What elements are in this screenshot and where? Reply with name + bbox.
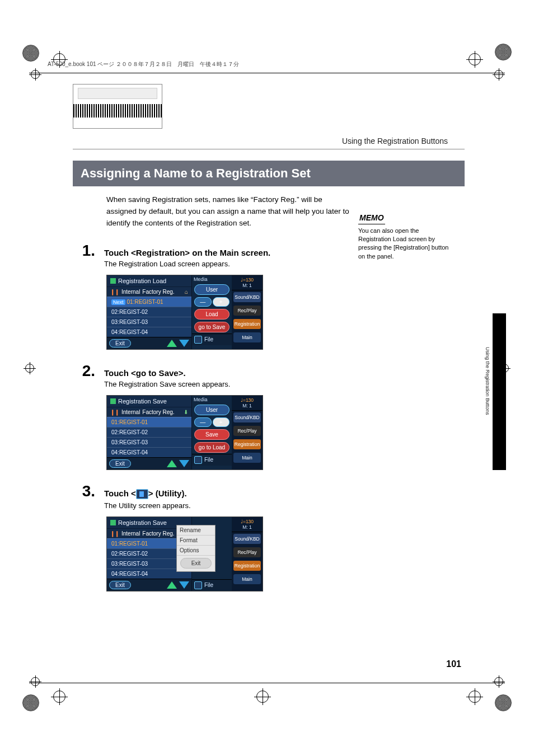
- arrow-down-icon[interactable]: [179, 460, 189, 467]
- save-button[interactable]: Save: [194, 429, 229, 440]
- memo-body: You can also open the Registration Load …: [358, 227, 453, 261]
- page-number: 101: [446, 659, 461, 669]
- step-3: 3. Touch <> (Utility). The Utility scree…: [73, 482, 465, 510]
- popup-exit-button[interactable]: Exit: [180, 558, 212, 569]
- utility-icon: [136, 489, 148, 499]
- list-item[interactable]: 02:REGIST-02: [111, 429, 148, 435]
- page-frame-top-icon: [29, 73, 505, 73]
- tempo-value: ♩=130: [241, 519, 254, 524]
- rec-play-button[interactable]: Rec/Play: [233, 547, 261, 557]
- exit-button[interactable]: Exit: [109, 581, 131, 589]
- printer-disc-bottom-right-icon: [495, 694, 512, 711]
- measure-value: M: 1: [242, 403, 252, 408]
- list-item[interactable]: 01:REGIST-01: [127, 299, 163, 305]
- step-number: 3.: [73, 482, 95, 500]
- screenshot-registration-save: Registration Save ❙❙ Internal Factory Re…: [106, 395, 263, 470]
- screenshot-utility-popup: Registration Save ❙❙ Internal Factory Re…: [106, 516, 263, 591]
- list-item[interactable]: 02:REGIST-02: [111, 551, 148, 557]
- file-label[interactable]: File: [204, 336, 213, 342]
- page-frame-bottom-icon: [29, 683, 505, 683]
- file-label[interactable]: File: [204, 457, 213, 463]
- book-header-line: AT-500_e.book 101 ページ ２００８年７月２８日 月曜日 午後４…: [48, 60, 239, 68]
- screen-title: Registration Save: [118, 519, 167, 526]
- main-button[interactable]: Main: [233, 574, 261, 584]
- options-option[interactable]: Options: [177, 546, 215, 556]
- media-label: Media: [192, 275, 232, 283]
- list-item[interactable]: 03:REGIST-03: [111, 439, 148, 445]
- intro-paragraph: When saving Registration sets, names lik…: [106, 194, 353, 229]
- list-item[interactable]: 01:REGIST-01: [111, 419, 148, 425]
- exit-button[interactable]: Exit: [109, 339, 131, 348]
- plus-button[interactable]: +: [213, 417, 230, 427]
- internal-label: Internal: [121, 409, 140, 415]
- registration-button[interactable]: Registration: [233, 439, 261, 449]
- crosshair-bottom-center-icon: [256, 691, 269, 703]
- main-button[interactable]: Main: [233, 453, 261, 463]
- arrow-up-icon[interactable]: [167, 340, 177, 347]
- arrow-up-icon[interactable]: [167, 460, 177, 467]
- reg-mark-bl-icon: [31, 677, 40, 686]
- crosshair-top-right-icon: [469, 53, 481, 65]
- internal-label: Internal: [121, 289, 140, 295]
- step-desc: The Registration Save screen appears.: [104, 380, 465, 388]
- screenshot-registration-load: Registration Load ❙❙ Internal Factory Re…: [106, 275, 263, 350]
- list-item[interactable]: 04:REGIST-04: [111, 449, 148, 456]
- utility-popup: Rename Format Options Exit: [176, 525, 216, 572]
- tempo-value: ♩=130: [241, 397, 254, 403]
- file-label[interactable]: File: [204, 582, 213, 588]
- list-item[interactable]: 03:REGIST-03: [111, 561, 148, 567]
- plus-button[interactable]: +: [213, 297, 230, 307]
- next-badge[interactable]: Next: [111, 299, 125, 305]
- chapter-tab-icon: [493, 313, 506, 470]
- internal-name: Factory Reg.: [142, 289, 174, 295]
- printer-disc-top-left-icon: [22, 45, 39, 62]
- rec-play-button[interactable]: Rec/Play: [233, 426, 261, 436]
- user-button[interactable]: User: [194, 405, 229, 415]
- file-util-icon[interactable]: [194, 581, 202, 589]
- minus-button[interactable]: —: [194, 417, 212, 427]
- file-util-icon[interactable]: [194, 336, 202, 344]
- rename-option[interactable]: Rename: [177, 525, 215, 536]
- go-to-load-button[interactable]: go to Load: [194, 442, 229, 453]
- sound-kbd-button[interactable]: Sound/KBD: [233, 534, 261, 544]
- arrow-down-icon[interactable]: [179, 581, 189, 589]
- disk-icon: [110, 520, 116, 525]
- minus-button[interactable]: —: [194, 297, 212, 307]
- reg-mark-br-icon: [494, 677, 503, 686]
- home-icon: ⌂: [185, 289, 188, 295]
- format-option[interactable]: Format: [177, 536, 215, 546]
- media-label: Media: [192, 396, 232, 403]
- go-to-save-button[interactable]: go to Save: [194, 322, 229, 332]
- sound-kbd-button[interactable]: Sound/KBD: [233, 292, 261, 302]
- step-desc: The Utility screen appears.: [104, 501, 465, 510]
- list-item[interactable]: 03:REGIST-03: [111, 319, 148, 325]
- main-button[interactable]: Main: [233, 332, 261, 342]
- measure-value: M: 1: [242, 283, 252, 288]
- registration-button[interactable]: Registration: [233, 319, 261, 329]
- file-util-icon[interactable]: [194, 456, 202, 464]
- pause-icon: ❙❙: [110, 289, 119, 295]
- memo-box: MEMO You can also open the Registration …: [358, 213, 453, 261]
- page-content: Using the Registration Buttons Assigning…: [73, 84, 465, 591]
- crosshair-bottom-left-icon: [53, 691, 65, 703]
- pause-icon: ❙❙: [110, 530, 119, 537]
- list-item[interactable]: 02:REGIST-02: [111, 309, 148, 315]
- pause-icon: ❙❙: [110, 409, 119, 415]
- sound-kbd-button[interactable]: Sound/KBD: [233, 412, 261, 422]
- exit-button[interactable]: Exit: [109, 459, 131, 468]
- instrument-thumbnail-icon: [73, 84, 162, 129]
- step-2: 2. Touch <go to Save>. The Registration …: [73, 362, 465, 388]
- registration-button[interactable]: Registration: [233, 561, 261, 571]
- list-item[interactable]: 04:REGIST-04: [111, 329, 148, 335]
- arrow-up-icon[interactable]: [167, 581, 177, 589]
- printer-disc-top-right-icon: [495, 44, 512, 60]
- user-button[interactable]: User: [194, 284, 229, 295]
- step-number: 2.: [73, 362, 95, 380]
- rec-play-button[interactable]: Rec/Play: [233, 306, 261, 316]
- memo-title: MEMO: [358, 213, 385, 224]
- list-item[interactable]: 01:REGIST-01: [111, 541, 148, 547]
- load-button[interactable]: Load: [194, 309, 229, 320]
- list-item[interactable]: 04:REGIST-04: [111, 571, 148, 577]
- arrow-down-icon[interactable]: [179, 340, 189, 347]
- tempo-value: ♩=130: [241, 277, 254, 283]
